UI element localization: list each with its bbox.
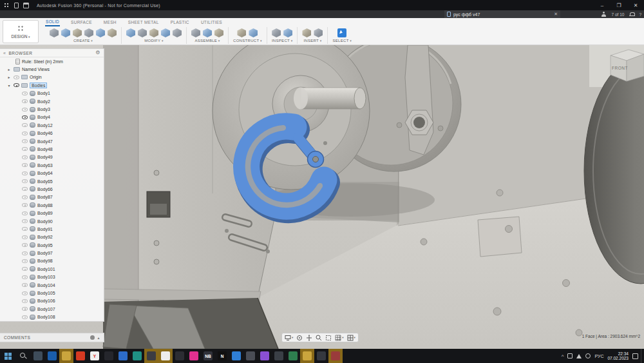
body-row[interactable]: Body2 [0, 97, 104, 105]
visibility-eye-icon[interactable] [22, 251, 28, 255]
machine-base[interactable] [103, 298, 278, 349]
view-cube-front-label[interactable]: FRONT [612, 66, 628, 70]
floor-plate[interactable] [478, 217, 522, 257]
taskbar-app-button[interactable] [31, 349, 45, 363]
visibility-eye-icon[interactable] [22, 283, 28, 287]
display-tray-icon[interactable] [567, 353, 573, 358]
construct-dropdown[interactable]: CONSTRUCT [233, 39, 262, 43]
close-tab-icon[interactable]: ✕ [554, 12, 558, 17]
body-row[interactable]: Body105 [0, 289, 104, 297]
3d-viewport[interactable]: FRONT « BROWSER ⚙ Rule: Steel (in) 2mm ▸… [0, 45, 644, 349]
visibility-eye-icon[interactable] [22, 243, 28, 247]
taskbar-app-button[interactable] [328, 349, 343, 363]
body-row[interactable]: Body64 [0, 169, 104, 177]
visibility-eye-icon[interactable] [22, 307, 28, 311]
select-cursor-icon[interactable] [337, 28, 346, 37]
language-indicator[interactable]: РУС [594, 354, 603, 358]
taskbar-app-button[interactable] [144, 349, 158, 363]
modify-shell-icon[interactable] [149, 28, 158, 37]
body-row[interactable]: Body66 [0, 185, 104, 193]
visibility-eye-icon[interactable] [22, 267, 28, 271]
modify-press-pull-icon[interactable] [126, 28, 135, 37]
body-row[interactable]: Body4 [0, 113, 104, 121]
taskbar-app-button[interactable] [45, 349, 59, 363]
design-rule-row[interactable]: Rule: Steel (in) 2mm [0, 57, 104, 65]
modify-dropdown[interactable]: MODIFY [144, 39, 164, 43]
network-tray-icon[interactable] [576, 354, 582, 358]
save-icon[interactable] [23, 3, 29, 8]
collapse-panel-icon[interactable]: « [3, 51, 6, 55]
taskbar-app-button[interactable] [300, 349, 314, 363]
visibility-eye-icon[interactable] [22, 275, 28, 279]
inspect-measure-icon[interactable] [272, 28, 281, 37]
taskbar-app-button[interactable] [187, 349, 201, 363]
modify-fillet-icon[interactable] [138, 28, 147, 37]
notifications-bell-icon[interactable] [629, 12, 634, 17]
assemble-dropdown[interactable]: ASSEMBLE [194, 39, 220, 43]
visibility-eye-icon[interactable] [22, 132, 28, 135]
help-icon[interactable]: ? [639, 12, 641, 17]
body-row[interactable]: Body101 [0, 265, 104, 273]
close-button[interactable]: ✕ [627, 0, 644, 10]
body-row[interactable]: Body65 [0, 177, 104, 185]
cam-small-hole[interactable] [313, 157, 319, 162]
body-row[interactable]: Body63 [0, 161, 104, 169]
comments-bar[interactable]: COMMENTS ▴ [0, 333, 104, 342]
taskbar-app-button[interactable]: NB [201, 349, 215, 363]
documents-counter[interactable]: 7 of 10 [611, 12, 624, 17]
visibility-eye-icon[interactable] [22, 315, 28, 319]
show-desktop-button[interactable] [641, 349, 644, 363]
create-revolve-icon[interactable] [73, 28, 82, 37]
taskbar-app-button[interactable] [258, 349, 272, 363]
zoom-button[interactable] [316, 335, 322, 341]
select-dropdown[interactable]: SELECT [332, 39, 352, 43]
create-loft-icon[interactable] [96, 28, 105, 37]
body-row[interactable]: Body46 [0, 130, 104, 137]
visibility-eye-icon[interactable] [22, 147, 28, 151]
body-row[interactable]: Body48 [0, 145, 104, 153]
inspect-analysis-icon[interactable] [283, 28, 292, 37]
assemble-rigid-group-icon[interactable] [214, 28, 223, 37]
assemble-new-component-icon[interactable] [191, 28, 200, 37]
pan-button[interactable] [306, 335, 312, 341]
document-tab[interactable]: рус ффб v47 ✕ [444, 10, 560, 18]
visibility-eye-icon[interactable] [22, 179, 28, 183]
body-row[interactable]: Body103 [0, 273, 104, 281]
visibility-eye-icon[interactable] [22, 203, 28, 207]
minimize-button[interactable]: – [594, 0, 611, 10]
body-row[interactable]: Body95 [0, 241, 104, 249]
visibility-eye-icon[interactable] [22, 123, 28, 127]
visibility-eye-icon[interactable] [22, 115, 28, 119]
inspect-dropdown[interactable]: INSPECT [272, 39, 293, 43]
construct-plane-icon[interactable] [237, 28, 246, 37]
taskbar-app-button[interactable] [158, 349, 173, 363]
maximize-button[interactable]: ❐ [611, 0, 627, 10]
taskbar-app-button[interactable] [272, 349, 286, 363]
visibility-eye-icon[interactable] [22, 299, 28, 303]
body-row[interactable]: Body92 [0, 233, 104, 241]
taskbar-search-button[interactable] [15, 349, 31, 363]
taskbar-app-button[interactable] [286, 349, 300, 363]
tab-solid[interactable]: SOLID [45, 18, 60, 26]
view-cube[interactable]: FRONT [611, 50, 644, 81]
visibility-eye-icon[interactable] [22, 227, 28, 231]
tray-expand-icon[interactable]: ^ [562, 353, 564, 359]
named-views-row[interactable]: ▸ Named Views [0, 65, 104, 73]
body-row[interactable]: Body3 [0, 105, 104, 113]
visibility-eye-icon[interactable] [22, 259, 28, 263]
expand-comments-icon[interactable]: ▴ [98, 335, 100, 340]
create-box-icon[interactable] [50, 28, 59, 37]
taskbar-app-button[interactable] [130, 349, 144, 363]
create-extrude-icon[interactable] [61, 28, 70, 37]
bodies-label[interactable]: Bodies [30, 83, 47, 88]
taskbar-app-button[interactable] [73, 349, 88, 363]
body-row[interactable]: Body87 [0, 193, 104, 201]
tab-surface[interactable]: SURFACE [70, 19, 93, 26]
insert-mesh-icon[interactable] [314, 28, 323, 37]
collapse-arrow-icon[interactable]: ▾ [6, 83, 12, 88]
modify-split-icon[interactable] [173, 28, 182, 37]
visibility-eye-icon[interactable] [22, 163, 28, 167]
visibility-eye-icon[interactable] [22, 235, 28, 239]
insert-canvas-icon[interactable] [302, 28, 311, 37]
taskbar-app-button[interactable] [102, 349, 116, 363]
